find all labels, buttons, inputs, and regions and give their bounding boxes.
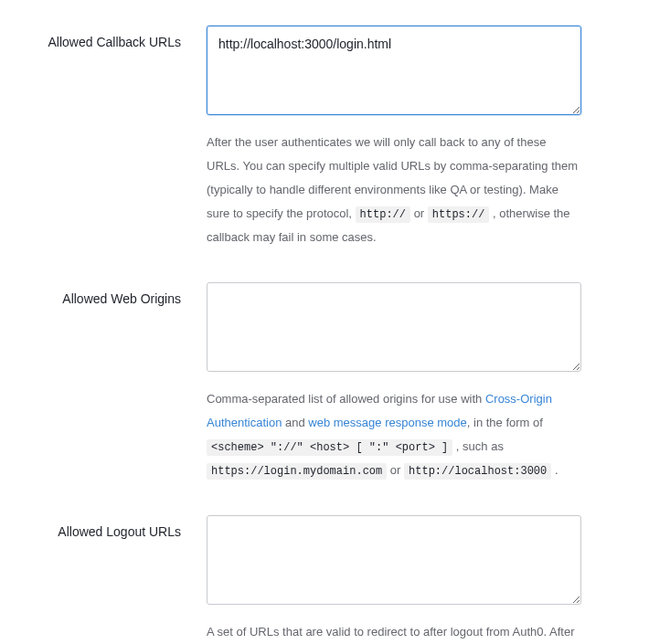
logout-input-col: A set of URLs that are valid to redirect…	[207, 515, 581, 644]
web-origins-field: Allowed Web Origins Comma-separated list…	[37, 282, 633, 482]
callback-help-text: After the user authenticates we will onl…	[207, 131, 581, 249]
web-message-link[interactable]: web message response mode	[308, 416, 466, 429]
callback-urls-input[interactable]	[207, 26, 581, 115]
logout-help-text: A set of URLs that are valid to redirect…	[207, 620, 581, 644]
web-origins-input[interactable]	[207, 282, 581, 372]
origins-or: or	[387, 463, 404, 477]
callback-urls-field: Allowed Callback URLs After the user aut…	[37, 26, 633, 249]
code-example2: http://localhost:3000	[404, 463, 551, 480]
code-http: http://	[356, 206, 410, 223]
origins-period: .	[551, 463, 558, 477]
logout-urls-field: Allowed Logout URLs A set of URLs that a…	[37, 515, 633, 644]
callback-label-col: Allowed Callback URLs	[37, 26, 207, 249]
origins-label: Allowed Web Origins	[62, 291, 181, 306]
callback-input-col: After the user authenticates we will onl…	[207, 26, 581, 249]
origins-suchas: , such as	[452, 439, 504, 453]
origins-help-pre: Comma-separated list of allowed origins …	[207, 392, 485, 406]
origins-label-col: Allowed Web Origins	[37, 282, 207, 482]
callback-or: or	[410, 206, 428, 220]
logout-urls-input[interactable]	[207, 515, 581, 605]
code-form: <scheme> "://" <host> [ ":" <port> ]	[207, 439, 452, 456]
logout-label-col: Allowed Logout URLs	[37, 515, 207, 644]
origins-help-mid: , in the form of	[467, 416, 543, 429]
code-example1: https://login.mydomain.com	[207, 463, 387, 480]
origins-help-text: Comma-separated list of allowed origins …	[207, 387, 581, 482]
code-https: https://	[428, 206, 490, 223]
logout-label: Allowed Logout URLs	[58, 524, 181, 539]
origins-and: and	[282, 416, 308, 429]
origins-input-col: Comma-separated list of allowed origins …	[207, 282, 581, 482]
callback-label: Allowed Callback URLs	[48, 35, 181, 49]
